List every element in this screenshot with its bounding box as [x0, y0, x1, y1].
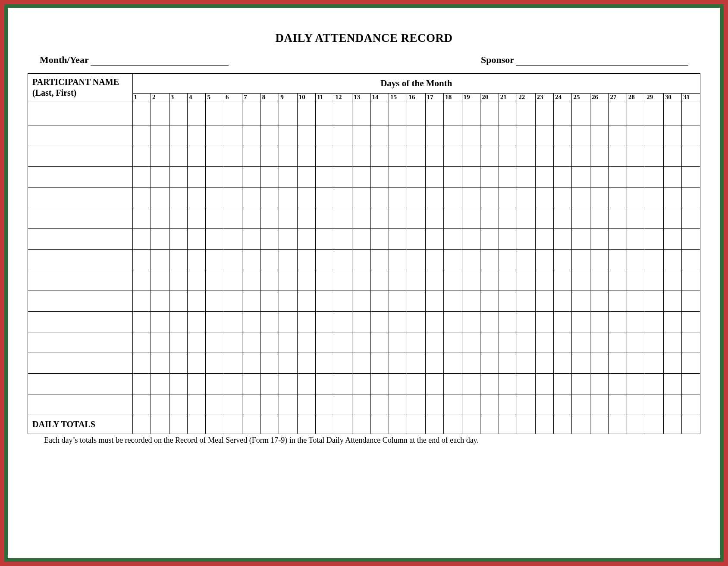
- attendance-cell[interactable]: [132, 394, 151, 415]
- attendance-cell[interactable]: [517, 167, 535, 188]
- attendance-cell[interactable]: [444, 353, 462, 374]
- attendance-cell[interactable]: [627, 125, 645, 146]
- attendance-cell[interactable]: [645, 208, 663, 229]
- attendance-cell[interactable]: [169, 229, 187, 250]
- attendance-cell[interactable]: [297, 250, 315, 270]
- attendance-cell[interactable]: [132, 167, 151, 188]
- attendance-cell[interactable]: [297, 332, 315, 353]
- attendance-cell[interactable]: [462, 101, 480, 125]
- attendance-cell[interactable]: [407, 291, 425, 312]
- attendance-cell[interactable]: [462, 312, 480, 332]
- attendance-cell[interactable]: [590, 167, 608, 188]
- attendance-cell[interactable]: [645, 374, 663, 394]
- participant-name-cell[interactable]: [28, 250, 133, 270]
- attendance-cell[interactable]: [316, 208, 334, 229]
- attendance-cell[interactable]: [645, 291, 663, 312]
- attendance-cell[interactable]: [462, 167, 480, 188]
- attendance-cell[interactable]: [535, 291, 553, 312]
- attendance-cell[interactable]: [206, 374, 224, 394]
- attendance-cell[interactable]: [444, 167, 462, 188]
- attendance-cell[interactable]: [352, 312, 370, 332]
- attendance-cell[interactable]: [535, 374, 553, 394]
- attendance-cell[interactable]: [389, 394, 407, 415]
- attendance-cell[interactable]: [334, 332, 352, 353]
- attendance-cell[interactable]: [462, 250, 480, 270]
- attendance-cell[interactable]: [627, 250, 645, 270]
- attendance-cell[interactable]: [517, 229, 535, 250]
- attendance-cell[interactable]: [609, 332, 627, 353]
- attendance-cell[interactable]: [425, 332, 443, 353]
- attendance-cell[interactable]: [297, 208, 315, 229]
- attendance-cell[interactable]: [517, 353, 535, 374]
- attendance-cell[interactable]: [224, 332, 242, 353]
- attendance-cell[interactable]: [242, 270, 260, 291]
- attendance-cell[interactable]: [151, 250, 169, 270]
- attendance-cell[interactable]: [444, 229, 462, 250]
- attendance-cell[interactable]: [645, 353, 663, 374]
- attendance-cell[interactable]: [260, 167, 279, 188]
- attendance-cell[interactable]: [499, 229, 517, 250]
- attendance-cell[interactable]: [480, 167, 499, 188]
- attendance-cell[interactable]: [242, 101, 260, 125]
- attendance-cell[interactable]: [389, 332, 407, 353]
- attendance-cell[interactable]: [224, 374, 242, 394]
- attendance-cell[interactable]: [206, 291, 224, 312]
- attendance-cell[interactable]: [444, 188, 462, 208]
- attendance-cell[interactable]: [609, 270, 627, 291]
- attendance-cell[interactable]: [627, 229, 645, 250]
- attendance-cell[interactable]: [187, 374, 205, 394]
- attendance-cell[interactable]: [499, 146, 517, 167]
- attendance-cell[interactable]: [132, 332, 151, 353]
- attendance-cell[interactable]: [682, 188, 700, 208]
- attendance-cell[interactable]: [169, 374, 187, 394]
- attendance-cell[interactable]: [389, 312, 407, 332]
- attendance-cell[interactable]: [352, 332, 370, 353]
- attendance-cell[interactable]: [260, 146, 279, 167]
- attendance-cell[interactable]: [590, 250, 608, 270]
- attendance-cell[interactable]: [609, 167, 627, 188]
- daily-total-cell[interactable]: [627, 415, 645, 434]
- attendance-cell[interactable]: [480, 270, 499, 291]
- attendance-cell[interactable]: [187, 394, 205, 415]
- attendance-cell[interactable]: [316, 101, 334, 125]
- attendance-cell[interactable]: [334, 374, 352, 394]
- attendance-cell[interactable]: [682, 146, 700, 167]
- attendance-cell[interactable]: [187, 188, 205, 208]
- attendance-cell[interactable]: [260, 374, 279, 394]
- daily-total-cell[interactable]: [224, 415, 242, 434]
- attendance-cell[interactable]: [224, 101, 242, 125]
- attendance-cell[interactable]: [444, 374, 462, 394]
- attendance-cell[interactable]: [462, 394, 480, 415]
- attendance-cell[interactable]: [554, 291, 572, 312]
- attendance-cell[interactable]: [260, 332, 279, 353]
- attendance-cell[interactable]: [499, 101, 517, 125]
- attendance-cell[interactable]: [132, 374, 151, 394]
- attendance-cell[interactable]: [554, 208, 572, 229]
- attendance-cell[interactable]: [334, 146, 352, 167]
- attendance-cell[interactable]: [352, 188, 370, 208]
- attendance-cell[interactable]: [389, 125, 407, 146]
- attendance-cell[interactable]: [132, 353, 151, 374]
- attendance-cell[interactable]: [187, 270, 205, 291]
- attendance-cell[interactable]: [389, 250, 407, 270]
- attendance-cell[interactable]: [517, 312, 535, 332]
- attendance-cell[interactable]: [590, 312, 608, 332]
- month-year-blank[interactable]: [91, 55, 229, 66]
- attendance-cell[interactable]: [132, 125, 151, 146]
- attendance-cell[interactable]: [444, 146, 462, 167]
- attendance-cell[interactable]: [517, 291, 535, 312]
- attendance-cell[interactable]: [260, 353, 279, 374]
- attendance-cell[interactable]: [169, 208, 187, 229]
- attendance-cell[interactable]: [663, 188, 681, 208]
- attendance-cell[interactable]: [645, 125, 663, 146]
- daily-total-cell[interactable]: [206, 415, 224, 434]
- attendance-cell[interactable]: [352, 229, 370, 250]
- attendance-cell[interactable]: [151, 312, 169, 332]
- attendance-cell[interactable]: [151, 332, 169, 353]
- attendance-cell[interactable]: [627, 146, 645, 167]
- attendance-cell[interactable]: [370, 250, 389, 270]
- attendance-cell[interactable]: [297, 167, 315, 188]
- attendance-cell[interactable]: [352, 125, 370, 146]
- attendance-cell[interactable]: [407, 229, 425, 250]
- daily-total-cell[interactable]: [554, 415, 572, 434]
